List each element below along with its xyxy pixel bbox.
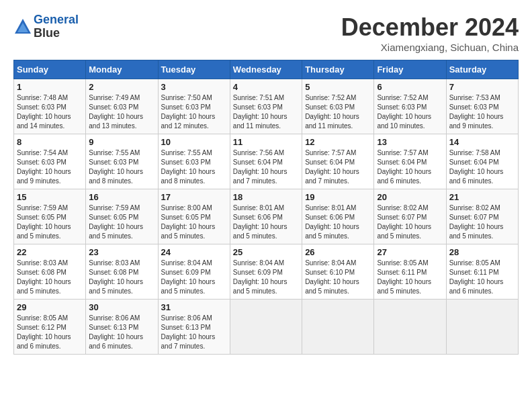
- day-info: Sunrise: 8:05 AMSunset: 6:11 PMDaylight:…: [377, 259, 443, 296]
- day-number: 18: [233, 192, 299, 202]
- day-info: Sunrise: 7:52 AMSunset: 6:03 PMDaylight:…: [305, 93, 371, 131]
- day-info: Sunrise: 8:05 AMSunset: 6:12 PMDaylight:…: [17, 314, 83, 351]
- day-of-week-header: Tuesday: [158, 60, 230, 79]
- calendar-day-cell: 11Sunrise: 7:56 AMSunset: 6:04 PMDayligh…: [230, 134, 302, 189]
- calendar-week-row: 22Sunrise: 8:03 AMSunset: 6:08 PMDayligh…: [14, 244, 519, 300]
- day-of-week-header: Sunday: [14, 60, 86, 79]
- day-info: Sunrise: 7:51 AMSunset: 6:03 PMDaylight:…: [233, 93, 299, 131]
- calendar-day-cell: 2Sunrise: 7:49 AMSunset: 6:03 PMDaylight…: [86, 79, 158, 134]
- day-number: 31: [161, 302, 227, 312]
- calendar-day-cell: 29Sunrise: 8:05 AMSunset: 6:12 PMDayligh…: [14, 300, 86, 355]
- day-info: Sunrise: 7:59 AMSunset: 6:05 PMDaylight:…: [17, 203, 83, 241]
- day-number: 12: [305, 137, 371, 147]
- calendar-day-cell: 23Sunrise: 8:03 AMSunset: 6:08 PMDayligh…: [86, 244, 158, 300]
- day-info: Sunrise: 8:06 AMSunset: 6:13 PMDaylight:…: [161, 314, 227, 351]
- calendar-day-cell: 26Sunrise: 8:04 AMSunset: 6:10 PMDayligh…: [302, 244, 374, 300]
- day-number: 17: [161, 192, 227, 202]
- calendar-week-row: 29Sunrise: 8:05 AMSunset: 6:12 PMDayligh…: [14, 300, 519, 355]
- calendar-day-cell: 7Sunrise: 7:53 AMSunset: 6:03 PMDaylight…: [446, 79, 518, 134]
- day-number: 7: [449, 82, 515, 92]
- day-number: 14: [449, 137, 515, 147]
- day-info: Sunrise: 8:06 AMSunset: 6:13 PMDaylight:…: [89, 314, 154, 351]
- calendar-day-cell: [302, 300, 374, 355]
- day-number: 25: [233, 247, 299, 257]
- day-info: Sunrise: 7:57 AMSunset: 6:04 PMDaylight:…: [305, 148, 371, 186]
- day-info: Sunrise: 7:56 AMSunset: 6:04 PMDaylight:…: [233, 148, 299, 186]
- day-number: 11: [233, 137, 299, 147]
- day-number: 22: [17, 247, 83, 257]
- title-block: December 2024 Xiamengxiang, Sichuan, Chi…: [341, 13, 519, 53]
- day-number: 19: [305, 192, 371, 202]
- calendar-day-cell: [446, 300, 518, 355]
- day-number: 1: [17, 82, 83, 92]
- day-number: 6: [377, 82, 443, 92]
- day-info: Sunrise: 8:04 AMSunset: 6:10 PMDaylight:…: [305, 259, 371, 296]
- day-info: Sunrise: 8:04 AMSunset: 6:09 PMDaylight:…: [233, 259, 299, 296]
- month-title: December 2024: [341, 13, 519, 42]
- day-number: 29: [17, 302, 83, 312]
- calendar-day-cell: 13Sunrise: 7:57 AMSunset: 6:04 PMDayligh…: [374, 134, 446, 189]
- calendar-day-cell: 27Sunrise: 8:05 AMSunset: 6:11 PMDayligh…: [374, 244, 446, 300]
- calendar-day-cell: 10Sunrise: 7:55 AMSunset: 6:03 PMDayligh…: [158, 134, 230, 189]
- day-number: 24: [161, 247, 227, 257]
- day-info: Sunrise: 8:01 AMSunset: 6:06 PMDaylight:…: [305, 203, 371, 241]
- calendar-week-row: 8Sunrise: 7:54 AMSunset: 6:03 PMDaylight…: [14, 134, 519, 189]
- calendar-day-cell: 17Sunrise: 8:00 AMSunset: 6:05 PMDayligh…: [158, 189, 230, 244]
- calendar-day-cell: 4Sunrise: 7:51 AMSunset: 6:03 PMDaylight…: [230, 79, 302, 134]
- day-number: 8: [17, 137, 83, 147]
- day-number: 26: [305, 247, 371, 257]
- calendar-day-cell: 8Sunrise: 7:54 AMSunset: 6:03 PMDaylight…: [14, 134, 86, 189]
- day-of-week-header: Thursday: [302, 60, 374, 79]
- day-of-week-header: Saturday: [446, 60, 518, 79]
- calendar-day-cell: [230, 300, 302, 355]
- calendar-day-cell: 24Sunrise: 8:04 AMSunset: 6:09 PMDayligh…: [158, 244, 230, 300]
- day-info: Sunrise: 7:59 AMSunset: 6:05 PMDaylight:…: [89, 203, 154, 241]
- logo-icon: [13, 17, 32, 36]
- calendar-day-cell: 25Sunrise: 8:04 AMSunset: 6:09 PMDayligh…: [230, 244, 302, 300]
- day-number: 27: [377, 247, 443, 257]
- day-number: 9: [89, 137, 154, 147]
- calendar-day-cell: 14Sunrise: 7:58 AMSunset: 6:04 PMDayligh…: [446, 134, 518, 189]
- day-number: 20: [377, 192, 443, 202]
- calendar-day-cell: 19Sunrise: 8:01 AMSunset: 6:06 PMDayligh…: [302, 189, 374, 244]
- day-info: Sunrise: 7:55 AMSunset: 6:03 PMDaylight:…: [89, 148, 154, 186]
- day-number: 15: [17, 192, 83, 202]
- day-number: 4: [233, 82, 299, 92]
- calendar-day-cell: 6Sunrise: 7:52 AMSunset: 6:03 PMDaylight…: [374, 79, 446, 134]
- day-info: Sunrise: 8:00 AMSunset: 6:05 PMDaylight:…: [161, 203, 227, 241]
- calendar-day-cell: 16Sunrise: 7:59 AMSunset: 6:05 PMDayligh…: [86, 189, 158, 244]
- calendar-day-cell: 31Sunrise: 8:06 AMSunset: 6:13 PMDayligh…: [158, 300, 230, 355]
- day-number: 2: [89, 82, 154, 92]
- calendar-week-row: 1Sunrise: 7:48 AMSunset: 6:03 PMDaylight…: [14, 79, 519, 134]
- calendar-day-cell: 12Sunrise: 7:57 AMSunset: 6:04 PMDayligh…: [302, 134, 374, 189]
- day-info: Sunrise: 8:04 AMSunset: 6:09 PMDaylight:…: [161, 259, 227, 296]
- calendar-day-cell: 30Sunrise: 8:06 AMSunset: 6:13 PMDayligh…: [86, 300, 158, 355]
- day-info: Sunrise: 7:58 AMSunset: 6:04 PMDaylight:…: [449, 148, 515, 186]
- day-info: Sunrise: 7:49 AMSunset: 6:03 PMDaylight:…: [89, 93, 154, 131]
- calendar-day-cell: [374, 300, 446, 355]
- calendar-day-cell: 22Sunrise: 8:03 AMSunset: 6:08 PMDayligh…: [14, 244, 86, 300]
- calendar-day-cell: 1Sunrise: 7:48 AMSunset: 6:03 PMDaylight…: [14, 79, 86, 134]
- calendar-day-cell: 21Sunrise: 8:02 AMSunset: 6:07 PMDayligh…: [446, 189, 518, 244]
- calendar-day-cell: 18Sunrise: 8:01 AMSunset: 6:06 PMDayligh…: [230, 189, 302, 244]
- calendar-week-row: 15Sunrise: 7:59 AMSunset: 6:05 PMDayligh…: [14, 189, 519, 244]
- calendar-header-row: SundayMondayTuesdayWednesdayThursdayFrid…: [14, 60, 519, 79]
- logo-text: General Blue: [34, 13, 79, 40]
- calendar-day-cell: 28Sunrise: 8:05 AMSunset: 6:11 PMDayligh…: [446, 244, 518, 300]
- day-info: Sunrise: 7:48 AMSunset: 6:03 PMDaylight:…: [17, 93, 83, 131]
- day-info: Sunrise: 8:03 AMSunset: 6:08 PMDaylight:…: [17, 259, 83, 296]
- day-info: Sunrise: 8:03 AMSunset: 6:08 PMDaylight:…: [89, 259, 154, 296]
- calendar-table: SundayMondayTuesdayWednesdayThursdayFrid…: [13, 60, 519, 355]
- day-number: 30: [89, 302, 154, 312]
- page-header: General Blue December 2024 Xiamengxiang,…: [13, 13, 519, 53]
- day-of-week-header: Monday: [86, 60, 158, 79]
- logo: General Blue: [13, 13, 79, 40]
- day-of-week-header: Wednesday: [230, 60, 302, 79]
- day-info: Sunrise: 7:53 AMSunset: 6:03 PMDaylight:…: [449, 93, 515, 131]
- calendar-day-cell: 3Sunrise: 7:50 AMSunset: 6:03 PMDaylight…: [158, 79, 230, 134]
- day-info: Sunrise: 7:54 AMSunset: 6:03 PMDaylight:…: [17, 148, 83, 186]
- location: Xiamengxiang, Sichuan, China: [341, 42, 519, 53]
- day-info: Sunrise: 7:55 AMSunset: 6:03 PMDaylight:…: [161, 148, 227, 186]
- day-info: Sunrise: 8:02 AMSunset: 6:07 PMDaylight:…: [377, 203, 443, 241]
- calendar-day-cell: 9Sunrise: 7:55 AMSunset: 6:03 PMDaylight…: [86, 134, 158, 189]
